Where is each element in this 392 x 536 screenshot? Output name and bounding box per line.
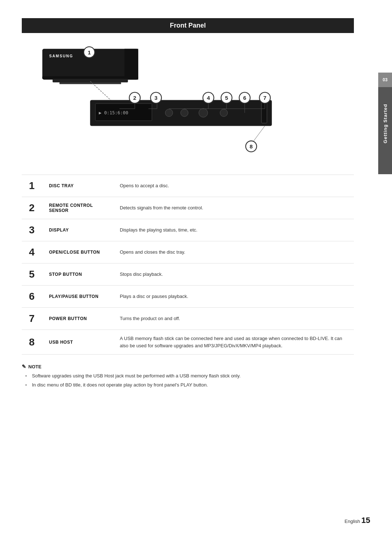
chapter-number: 03: [383, 77, 387, 82]
svg-line-27: [251, 126, 265, 144]
table-row: 3 DISPLAY Displays the playing status, t…: [22, 219, 354, 241]
table-row: 6 PLAY/PAUSE BUTTON Plays a disc or paus…: [22, 286, 354, 308]
item-description: Displays the playing status, time, etc.: [116, 219, 354, 241]
sidebar-chapter: 03 Getting Started: [378, 73, 392, 174]
note-list: Software upgrades using the USB Host jac…: [22, 372, 354, 388]
item-description: A USB memory flash stick can be connecte…: [116, 330, 354, 355]
svg-line-28: [90, 81, 111, 100]
svg-point-10: [165, 109, 173, 117]
svg-point-35: [203, 92, 214, 103]
item-label: DISPLAY: [44, 219, 116, 241]
svg-point-43: [246, 141, 257, 152]
svg-text:3: 3: [155, 95, 158, 101]
svg-point-37: [221, 92, 232, 103]
item-label: DISC TRAY: [44, 175, 116, 197]
svg-point-11: [181, 109, 188, 117]
svg-text:6: 6: [243, 95, 246, 101]
svg-text:4: 4: [207, 95, 210, 101]
item-number: 5: [22, 263, 44, 286]
item-number: 8: [22, 330, 44, 355]
language-label: English: [344, 519, 360, 524]
svg-text:7: 7: [264, 95, 266, 101]
note-title: ✎ NOTE: [22, 364, 354, 369]
item-number: 6: [22, 286, 44, 308]
note-label: NOTE: [28, 364, 41, 369]
svg-text:1: 1: [88, 49, 91, 56]
item-number: 1: [22, 175, 44, 197]
svg-rect-4: [53, 79, 128, 82]
svg-point-39: [239, 92, 250, 103]
svg-point-13: [220, 109, 228, 117]
chapter-title: Getting Started: [383, 104, 388, 143]
main-content: Front Panel SAMSUNG ▶ 0:15:6:00: [22, 0, 374, 392]
diagram-area: SAMSUNG ▶ 0:15:6:00: [22, 33, 354, 167]
item-label: POWER BUTTON: [44, 308, 116, 330]
page-number: 15: [362, 516, 370, 525]
section-header: Front Panel: [22, 18, 354, 33]
svg-rect-0: [42, 49, 138, 80]
note-section: ✎ NOTE Software upgrades using the USB H…: [22, 362, 354, 392]
svg-point-41: [260, 92, 270, 103]
svg-rect-3: [42, 76, 138, 79]
item-description: Stops disc playback.: [116, 263, 354, 286]
table-row: 7 POWER BUTTON Turns the product on and …: [22, 308, 354, 330]
section-title: Front Panel: [170, 22, 206, 29]
svg-text:▶ 0:15:6:00: ▶ 0:15:6:00: [99, 110, 128, 115]
item-label: OPEN/CLOSE BUTTON: [44, 241, 116, 263]
table-row: 8 USB HOST A USB memory flash stick can …: [22, 330, 354, 355]
table-row: 1 DISC TRAY Opens to accept a disc.: [22, 175, 354, 197]
table-row: 5 STOP BUTTON Stops disc playback.: [22, 263, 354, 286]
svg-point-12: [199, 109, 208, 118]
item-description: Plays a disc or pauses playback.: [116, 286, 354, 308]
item-number: 2: [22, 197, 44, 219]
item-description: Turns the product on and off.: [116, 308, 354, 330]
svg-point-29: [84, 47, 95, 58]
svg-rect-7: [90, 100, 272, 126]
page-footer: English 15: [344, 516, 370, 525]
item-label: USB HOST: [44, 330, 116, 355]
items-table: 1 DISC TRAY Opens to accept a disc. 2 RE…: [22, 175, 354, 355]
svg-text:2: 2: [133, 95, 136, 101]
item-description: Opens to accept a disc.: [116, 175, 354, 197]
diagram-svg: SAMSUNG ▶ 0:15:6:00: [22, 33, 354, 167]
item-number: 4: [22, 241, 44, 263]
svg-point-31: [129, 92, 140, 103]
item-number: 3: [22, 219, 44, 241]
svg-text:SAMSUNG: SAMSUNG: [49, 54, 73, 58]
item-number: 7: [22, 308, 44, 330]
page: 03 Getting Started Front Panel SAMSUNG: [0, 0, 392, 536]
note-item: Software upgrades using the USB Host jac…: [25, 372, 354, 380]
pencil-icon: ✎: [22, 364, 26, 369]
item-label: PLAY/PAUSE BUTTON: [44, 286, 116, 308]
table-row: 2 REMOTE CONTROL SENSOR Detects signals …: [22, 197, 354, 219]
table-row: 4 OPEN/CLOSE BUTTON Opens and closes the…: [22, 241, 354, 263]
item-description: Detects signals from the remote control.: [116, 197, 354, 219]
svg-rect-8: [95, 103, 152, 120]
svg-rect-2: [124, 49, 138, 80]
note-item: In disc menu of BD title, it does not op…: [25, 381, 354, 389]
svg-rect-5: [60, 82, 121, 84]
svg-text:5: 5: [225, 95, 228, 101]
item-label: REMOTE CONTROL SENSOR: [44, 197, 116, 219]
item-label: STOP BUTTON: [44, 263, 116, 286]
item-description: Opens and closes the disc tray.: [116, 241, 354, 263]
svg-rect-14: [261, 103, 267, 123]
svg-text:8: 8: [250, 143, 253, 150]
svg-point-33: [151, 92, 162, 103]
